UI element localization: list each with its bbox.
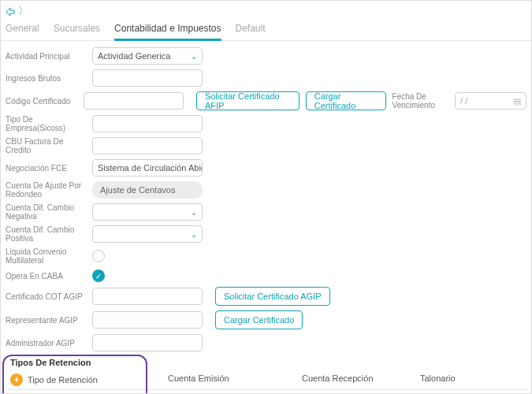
select-cuenta-pos[interactable]: ⌄ bbox=[92, 225, 203, 243]
label-repr-agip: Representante AGIP bbox=[6, 316, 86, 325]
svg-marker-0 bbox=[6, 8, 14, 16]
input-admin-agip[interactable] bbox=[92, 334, 203, 351]
label-ingresos: Ingresos Brutos bbox=[6, 74, 86, 83]
tab-general[interactable]: General bbox=[6, 20, 39, 40]
input-fecha-venc[interactable]: / / ▤ bbox=[455, 92, 526, 110]
check-opera-caba[interactable]: ✓ bbox=[92, 269, 105, 282]
form-body: Actividad Principal Actividad Generica ⌄… bbox=[1, 41, 531, 351]
label-cuenta-neg: Cuenta Dif. Cambio Negativa bbox=[6, 203, 86, 221]
select-actividad[interactable]: Actividad Generica ⌄ bbox=[92, 47, 203, 65]
tab-contabilidad[interactable]: Contabilidad e Impuestos bbox=[114, 20, 221, 41]
label-codigo-cert: Código Certificado bbox=[6, 97, 77, 106]
col-recepcion: Cuenta Recepción bbox=[297, 370, 415, 389]
cargar-cert-button[interactable]: Cargar Certificado bbox=[306, 91, 386, 110]
cell-recepcion bbox=[297, 390, 415, 394]
retencion-section: Tipos De Retencion + Tipo de Retención C… bbox=[1, 356, 531, 394]
add-icon[interactable]: + bbox=[10, 374, 23, 386]
cell-emision: Percepciones Efectuadas Imp. p... bbox=[163, 390, 297, 394]
input-repr-agip[interactable] bbox=[92, 311, 203, 329]
select-cuenta-neg[interactable]: ⌄ bbox=[92, 203, 203, 221]
input-codigo-cert[interactable] bbox=[84, 92, 184, 110]
cell-talonario bbox=[415, 390, 526, 394]
label-actividad: Actividad Principal bbox=[6, 52, 86, 61]
breadcrumb-sep-icon: 〉 bbox=[18, 5, 28, 17]
calendar-icon: ▤ bbox=[513, 96, 521, 106]
label-admin-agip: Administrador AGIP bbox=[6, 339, 86, 348]
table-row[interactable]: ✕ Ganancias Impuesto PAIS Percepciones E… bbox=[6, 389, 526, 394]
label-fecha-venc: Fecha De Vencimiento bbox=[392, 92, 449, 110]
input-neg-fce[interactable]: Sistema de Circulación Abierta bbox=[92, 159, 203, 177]
input-cert-cot[interactable] bbox=[92, 288, 203, 305]
retencion-title: Tipos De Retencion bbox=[6, 356, 526, 369]
label-cuenta-ajuste: Cuenta De Ajuste Por Redondeo bbox=[6, 181, 86, 199]
input-ingresos[interactable] bbox=[92, 69, 203, 87]
cargar-cert2-button[interactable]: Cargar Certificado bbox=[215, 310, 303, 329]
input-cbu[interactable] bbox=[92, 137, 203, 154]
chevron-down-icon: ⌄ bbox=[191, 208, 197, 217]
solicitar-agip-button[interactable]: Solicitar Certificado AGIP bbox=[215, 287, 330, 306]
chevron-down-icon: ⌄ bbox=[191, 230, 197, 239]
col-emision: Cuenta Emisión bbox=[163, 370, 297, 389]
label-cert-cot: Certificado COT AGIP bbox=[6, 292, 86, 301]
tab-sucursales[interactable]: Sucursales bbox=[54, 20, 100, 40]
label-tipo-empresa: Tipo De Empresa(Sicoss) bbox=[6, 115, 86, 132]
retencion-header-row: + Tipo de Retención Cuenta Emisión Cuent… bbox=[6, 370, 526, 389]
label-cuenta-pos: Cuenta Dif. Cambio Positiva bbox=[6, 225, 86, 243]
tab-default[interactable]: Default bbox=[236, 20, 266, 40]
breadcrumb: 〉 bbox=[1, 1, 531, 20]
input-tipo-empresa[interactable] bbox=[92, 115, 203, 132]
chevron-down-icon: ⌄ bbox=[191, 52, 197, 61]
col-talonario: Talonario bbox=[415, 370, 526, 389]
label-neg-fce: Negociación FCE bbox=[6, 164, 86, 173]
label-opera-caba: Opera En CABA bbox=[6, 272, 86, 281]
label-cbu: CBU Factura De Credito bbox=[6, 137, 86, 154]
radio-liquida-convenio[interactable] bbox=[92, 250, 105, 262]
tab-bar: General Sucursales Contabilidad e Impues… bbox=[1, 20, 531, 41]
col-tipo: Tipo de Retención bbox=[28, 375, 98, 385]
label-liquida-convenio: Liquida Convenio Multilateral bbox=[6, 247, 86, 265]
back-icon[interactable] bbox=[6, 5, 18, 17]
solicitar-afip-button[interactable]: Solicitar Certificado AFIP bbox=[196, 91, 299, 110]
pill-cuenta-ajuste: Ajuste de Centavos bbox=[92, 181, 203, 199]
